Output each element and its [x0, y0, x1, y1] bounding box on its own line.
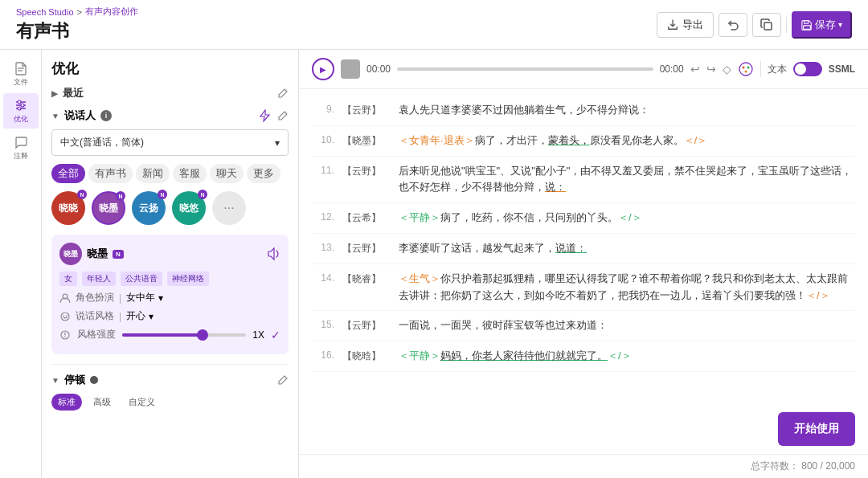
tag-close-10: ＜/＞ [684, 134, 708, 146]
avatar-xiaoxiao-circle: 晓晓 N [51, 191, 85, 225]
player-undo-button[interactable]: ↩ [690, 63, 700, 76]
save-button[interactable]: 保存 ▾ [792, 11, 852, 39]
underline-11: 说： [545, 181, 566, 193]
table-row: 11. 【云野】 后来听见他说"哄宝玉"、又说"配小子"，由不得又羞又委屈，禁不… [312, 157, 855, 204]
pause-clear-icon[interactable] [277, 374, 289, 386]
pause-tabs: 标准 高级 自定义 [51, 394, 289, 411]
toolbar-divider [786, 17, 787, 33]
time-start: 00:00 [366, 63, 391, 75]
avatar-yunyang[interactable]: 云扬 N [132, 191, 166, 225]
tag-open-14: ＜生气＞ [399, 272, 440, 284]
tag-close-14: ＜/＞ [806, 289, 830, 301]
breadcrumb: Speech Studio > 有声内容创作 [16, 6, 138, 18]
table-row: 12. 【云希】 ＜平静＞病了，吃药，你不信，只问别的丫头。＜/＞ [312, 203, 855, 234]
palette-icon[interactable] [738, 61, 754, 77]
pause-tab-standard[interactable]: 标准 [51, 394, 82, 411]
voice-tab-more[interactable]: 更多 [247, 164, 280, 183]
line-content-13[interactable]: 李婆婆听了这话，越发气起来了，说道： [399, 240, 855, 257]
intensity-check[interactable]: ✓ [271, 329, 280, 341]
line-content-12[interactable]: ＜平静＞病了，吃药，你不信，只问别的丫头。＜/＞ [399, 210, 855, 227]
voice-tag-age: 年轻人 [82, 272, 116, 286]
text-ssml-toggle[interactable] [793, 62, 822, 76]
tag-close-16: ＜/＞ [608, 349, 632, 362]
avatar-xiaoxiao[interactable]: 晓晓 N [51, 191, 85, 225]
breadcrumb-page[interactable]: 有声内容创作 [85, 6, 138, 18]
avatar-xiaomo[interactable]: 晓墨 N [92, 191, 125, 225]
undo-button[interactable] [719, 13, 747, 37]
player-clear-button[interactable]: ◇ [723, 63, 731, 76]
intensity-slider[interactable] [122, 333, 246, 337]
start-button[interactable]: 开始使用 [778, 412, 855, 446]
voice-tab-audiobook[interactable]: 有声书 [88, 164, 133, 183]
sidebar-item-comment[interactable]: 注释 [3, 130, 39, 165]
table-row: 16. 【晓晗】 ＜平静＞妈妈，你老人家待待他们就就完了。＜/＞ [312, 341, 855, 372]
pause-tab-custom[interactable]: 自定义 [122, 394, 162, 411]
pause-indicator [90, 376, 98, 384]
speaker-actions [258, 109, 289, 122]
speaker-lightning-icon[interactable] [258, 109, 271, 122]
copy-button[interactable] [752, 13, 781, 37]
style-dropdown[interactable]: 开心 ▾ [126, 309, 154, 323]
voice-tags: 女 年轻人 公共语音 神经网络 [59, 272, 280, 286]
optimize-tab-label: 优化 [14, 114, 28, 125]
voice-tab-all[interactable]: 全部 [51, 164, 85, 183]
file-tab-label: 文件 [14, 77, 28, 88]
role-dropdown[interactable]: 女中年 ▾ [126, 291, 163, 304]
avatar-xiaomo-badge: N [116, 191, 125, 201]
selected-voice-n-badge: N [113, 250, 124, 259]
line-content-15[interactable]: 一面说，一面哭，彼时薛宝钗等也过来劝道： [399, 317, 855, 334]
svg-point-21 [744, 71, 747, 73]
recent-edit-icon [277, 88, 289, 99]
svg-point-14 [66, 315, 68, 317]
role-row: 角色扮演 | 女中年 ▾ [59, 291, 280, 304]
selected-voice-avatar: 晓墨 [59, 243, 82, 265]
speaker-clear-icon[interactable] [277, 110, 289, 121]
role-chevron: ▾ [158, 292, 163, 304]
player-divider [760, 61, 761, 77]
right-panel: ▶ 00:00 00:00 ↩ ↪ ◇ 文本 SSML 9. 【云野】 [299, 50, 868, 478]
svg-point-10 [18, 107, 21, 110]
recent-section-left: ▶ 最近 [51, 86, 84, 100]
language-dropdown[interactable]: 中文(普通话，简体) ▾ [51, 129, 289, 156]
line-content-14[interactable]: ＜生气＞你只护着那起狐狸精，哪里还认得我了呢？谁不帮着你呢？我只和你到老太太、太… [399, 271, 855, 304]
player-redo-button[interactable]: ↪ [706, 63, 716, 76]
voice-tag-neural: 神经网络 [167, 272, 209, 286]
sidebar-item-file[interactable]: 文件 [3, 56, 39, 92]
svg-rect-2 [804, 25, 811, 28]
avatar-more-button[interactable]: ··· [212, 191, 246, 225]
content-area: 9. 【云野】 袁人先只道李婆婆不过因他躺着生气，少不得分辩说： 10. 【晓墨… [299, 89, 868, 454]
line-content-11[interactable]: 后来听见他说"哄宝玉"、又说"配小子"，由不得又羞又委屈，禁不住哭起来了，宝玉虽… [399, 163, 855, 197]
avatar-xiaoyou[interactable]: 晓悠 N [172, 191, 206, 225]
line-content-9[interactable]: 袁人先只道李婆婆不过因他躺着生气，少不得分辩说： [399, 102, 855, 119]
pause-tab-advanced[interactable]: 高级 [87, 394, 117, 411]
play-button[interactable]: ▶ [312, 58, 334, 80]
time-end: 00:00 [660, 63, 684, 75]
export-button[interactable]: 导出 [657, 12, 714, 38]
line-num-10: 10. [312, 133, 334, 145]
line-content-16[interactable]: ＜平静＞妈妈，你老人家待待他们就就完了。＜/＞ [399, 348, 855, 365]
tag-open-12: ＜平静＞ [399, 211, 440, 223]
tag-close-12: ＜/＞ [618, 211, 642, 223]
speaker-section: ▼ 说话人 i 中文(普通话，简体) ▾ 全部 有声书 新闻 客服 [51, 108, 289, 411]
svg-point-19 [742, 67, 744, 69]
copy-icon [760, 18, 773, 31]
svg-point-18 [739, 63, 752, 76]
speaker-15: 【云野】 [342, 317, 391, 333]
progress-bar[interactable] [397, 67, 653, 71]
sidebar-item-optimize[interactable]: 优化 [3, 93, 39, 129]
page-title: 有声书 [16, 19, 138, 43]
voice-tab-service[interactable]: 客服 [173, 164, 207, 183]
svg-point-12 [61, 313, 69, 321]
role-value: 女中年 [126, 291, 155, 304]
recent-section-header[interactable]: ▶ 最近 [51, 86, 289, 100]
stop-button[interactable] [341, 59, 360, 79]
line-content-10[interactable]: ＜女青年·退表＞病了，才出汗，蒙着头，原没看见你老人家。＜/＞ [399, 133, 855, 149]
line-num-12: 12. [312, 210, 334, 223]
voice-tab-chat[interactable]: 聊天 [210, 164, 244, 183]
speaker-12: 【云希】 [342, 210, 391, 225]
voice-tag-type: 公共语音 [121, 272, 162, 286]
voice-speaker-icon[interactable] [266, 247, 280, 261]
save-icon [801, 19, 813, 31]
breadcrumb-app[interactable]: Speech Studio [16, 7, 74, 17]
voice-tab-news[interactable]: 新闻 [136, 164, 170, 183]
